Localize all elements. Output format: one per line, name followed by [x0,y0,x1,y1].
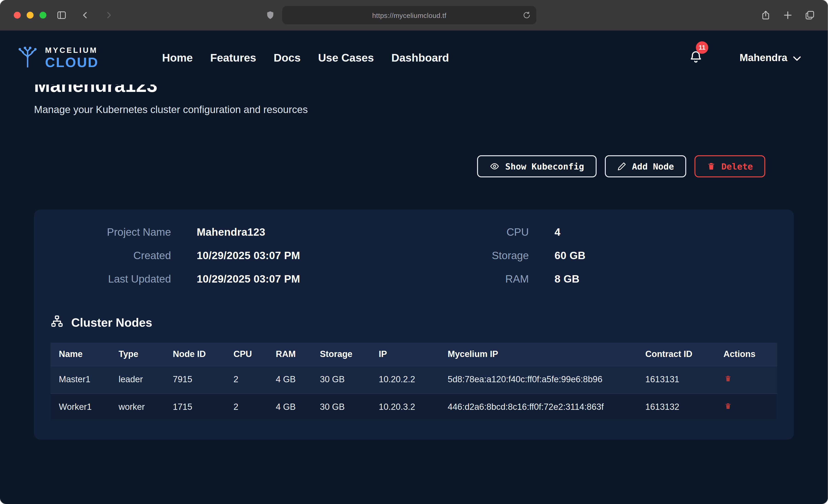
cell-name: Master1 [50,366,110,393]
notifications-button[interactable]: 11 [689,49,703,66]
mycelium-cloud-logo[interactable]: MYCELIUM CLOUD [16,46,98,70]
detail-label: Storage [414,249,529,262]
detail-label: Created [50,249,171,262]
cell-ip: 10.20.2.2 [370,366,440,393]
cluster-nodes-heading: Cluster Nodes [50,315,777,331]
details-right: CPU 4 Storage 60 GB RAM 8 GB [414,226,777,296]
forward-icon[interactable] [104,10,113,20]
delete-label: Delete [721,161,753,171]
tab-overview-icon[interactable] [805,10,815,20]
navigation-controls [56,0,113,30]
detail-label: RAM [414,273,529,285]
detail-value: 10/29/2025 03:07 PM [197,249,300,262]
sidebar-toggle-icon[interactable] [56,10,67,20]
nav-link-features[interactable]: Features [210,51,256,64]
user-name: Mahendra [740,52,787,64]
close-window-button[interactable] [14,12,21,18]
notification-badge: 11 [696,41,708,53]
col-name: Name [50,343,110,366]
show-kubeconfig-button[interactable]: Show Kubeconfig [477,155,596,177]
page-subtitle: Manage your Kubernetes cluster configura… [34,104,794,116]
col-contract-id: Contract ID [637,343,715,366]
minimize-window-button[interactable] [27,12,34,18]
col-type: Type [110,343,165,366]
cluster-nodes-icon [50,315,64,331]
add-node-button[interactable]: Add Node [605,155,687,177]
cell-ram: 4 GB [267,366,312,393]
cell-contract-id: 1613132 [637,393,715,420]
col-storage: Storage [312,343,370,366]
col-ip: IP [370,343,440,366]
zoom-window-button[interactable] [40,12,46,18]
cluster-details: Project Name Mahendra123 Created 10/29/2… [50,226,777,296]
url-bar[interactable]: https://myceliumcloud.tf [282,6,536,24]
cell-storage: 30 GB [312,366,370,393]
trash-icon [724,402,732,411]
col-actions: Actions [715,343,777,366]
new-tab-icon[interactable] [783,10,793,20]
toolbar-right [761,10,815,21]
detail-row: CPU 4 [414,226,777,239]
detail-label: CPU [414,226,529,239]
nav-link-docs[interactable]: Docs [274,51,301,64]
col-mycelium-ip: Mycelium IP [440,343,637,366]
cluster-panel: Project Name Mahendra123 Created 10/29/2… [34,210,794,440]
bell-icon [689,58,703,66]
show-kubeconfig-label: Show Kubeconfig [505,161,584,171]
table-header-row: Name Type Node ID CPU RAM Storage IP Myc… [50,343,777,366]
cell-type: leader [110,366,165,393]
table-row: Worker1 worker 1715 2 4 GB 30 GB 10.20.3… [50,393,777,420]
cell-ram: 4 GB [267,393,312,420]
logo-text: MYCELIUM CLOUD [45,46,98,69]
detail-value: 60 GB [554,249,586,262]
shield-icon[interactable] [266,10,275,20]
site-navbar: MYCELIUM CLOUD Home Features Docs Use Ca… [0,31,828,85]
trash-icon [707,162,716,171]
cell-actions [715,366,777,393]
browser-window: https://myceliumcloud.tf [0,0,828,504]
user-menu[interactable]: Mahendra [740,52,801,64]
eye-icon [490,162,500,171]
cell-node-id: 1715 [165,393,225,420]
detail-row: Created 10/29/2025 03:07 PM [50,249,414,262]
window-controls [14,12,46,18]
cell-cpu: 2 [225,393,267,420]
cluster-actions: Show Kubeconfig Add Node Delete [34,155,794,177]
reload-icon[interactable] [523,11,531,19]
cell-cpu: 2 [225,366,267,393]
nav-link-home[interactable]: Home [162,51,193,64]
delete-node-button[interactable] [723,374,733,385]
cell-ip: 10.20.3.2 [370,393,440,420]
cell-storage: 30 GB [312,393,370,420]
detail-row: RAM 8 GB [414,273,777,285]
details-left: Project Name Mahendra123 Created 10/29/2… [50,226,414,296]
detail-label: Project Name [50,226,171,239]
col-cpu: CPU [225,343,267,366]
delete-cluster-button[interactable]: Delete [695,155,765,177]
trash-icon [724,374,732,384]
cell-mycelium-ip: 5d8:78ea:a120:f40c:ff0f:a5fe:99e6:8b96 [440,366,637,393]
url-text: https://myceliumcloud.tf [372,11,446,19]
chevron-down-icon [793,52,801,64]
cell-type: worker [110,393,165,420]
share-icon[interactable] [761,10,771,21]
detail-value: 4 [554,226,561,239]
cell-name: Worker1 [50,393,110,420]
add-node-label: Add Node [632,161,674,171]
detail-row: Storage 60 GB [414,249,777,262]
nav-link-dashboard[interactable]: Dashboard [391,51,449,64]
table-row: Master1 leader 7915 2 4 GB 30 GB 10.20.2… [50,366,777,393]
cluster-nodes-title: Cluster Nodes [71,316,152,330]
back-icon[interactable] [81,10,90,20]
detail-row: Project Name Mahendra123 [50,226,414,239]
pencil-icon [617,162,626,171]
cell-mycelium-ip: 446:d2a6:8bcd:8c16:ff0f:72e2:3114:863f [440,393,637,420]
address-area: https://myceliumcloud.tf [266,6,536,24]
nodes-table: Name Type Node ID CPU RAM Storage IP Myc… [50,343,777,420]
logo-line1: MYCELIUM [45,46,98,54]
detail-value: 8 GB [554,273,580,285]
nav-link-use-cases[interactable]: Use Cases [318,51,374,64]
delete-node-button[interactable] [723,401,733,412]
nav-links: Home Features Docs Use Cases Dashboard [162,51,449,64]
detail-value: 10/29/2025 03:07 PM [197,273,300,285]
